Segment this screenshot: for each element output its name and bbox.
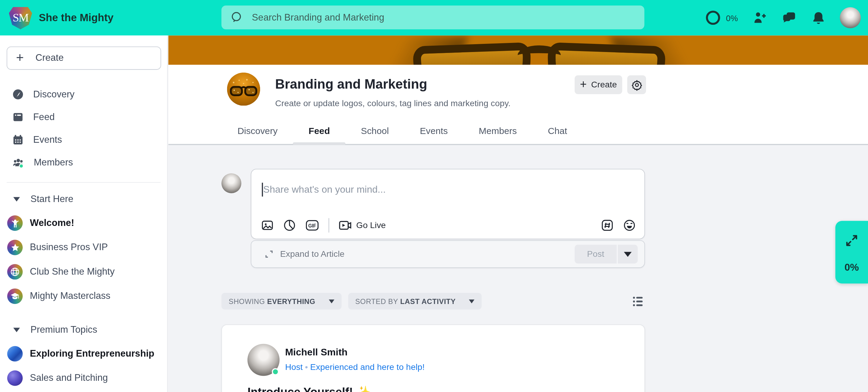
sidebar-item-exploring-entrepreneurship[interactable]: Exploring Entrepreneurship <box>0 341 167 366</box>
create-button-label: Create <box>591 80 617 90</box>
tab-chat[interactable]: Chat <box>547 117 568 144</box>
masterclass-avatar <box>7 289 23 304</box>
star-icon <box>10 243 20 252</box>
caret-down-icon <box>469 299 474 303</box>
sidebar-create-button[interactable]: + Create <box>7 47 161 70</box>
progress-value: 0% <box>726 13 738 22</box>
tab-feed[interactable]: Feed <box>308 117 331 144</box>
go-live-button[interactable]: Go Live <box>338 219 385 232</box>
top-actions: 0% <box>706 0 861 35</box>
brand[interactable]: SM She the Mighty <box>9 0 114 35</box>
top-bar: SM She the Mighty Search Branding and Ma… <box>0 0 868 35</box>
caret-down-icon <box>624 252 632 257</box>
group-banner <box>168 35 868 65</box>
sorted-filter-dropdown[interactable]: SORTED BY LAST ACTIVITY <box>348 293 482 309</box>
composer-placeholder: Share what's on your mind... <box>263 184 385 195</box>
widget-progress-value: 0% <box>844 262 859 273</box>
banner-glasses-graphic <box>368 37 711 65</box>
messages-icon[interactable] <box>781 10 797 25</box>
sidebar-item-events[interactable]: Events <box>0 128 167 151</box>
sidebar-item-label: Events <box>33 134 62 146</box>
expand-label: Expand to Article <box>280 249 344 259</box>
progress-indicator[interactable]: 0% <box>706 10 738 25</box>
list-view-toggle[interactable] <box>631 294 645 308</box>
expand-to-article-button[interactable]: Expand to Article <box>264 249 344 259</box>
star-avatar <box>7 240 23 255</box>
author-role[interactable]: Host <box>285 362 303 371</box>
post-options-button[interactable] <box>618 245 638 264</box>
tab-members[interactable]: Members <box>477 117 518 144</box>
video-camera-icon <box>338 219 352 232</box>
section-start-here[interactable]: Start Here <box>0 188 167 211</box>
chevron-down-icon <box>13 197 20 202</box>
tab-discovery[interactable]: Discovery <box>237 117 279 144</box>
sidebar-item-label: Discovery <box>33 89 75 100</box>
filter-value: LAST ACTIVITY <box>400 297 456 305</box>
section-title: Start Here <box>31 194 73 205</box>
gif-icon[interactable]: GIF <box>305 219 320 232</box>
author-tagline: Experienced and here to help! <box>310 362 425 371</box>
post-author-avatar[interactable] <box>247 344 279 376</box>
post-button[interactable]: Post <box>575 245 617 264</box>
composer-user-avatar[interactable] <box>221 173 241 193</box>
composer-footer: Expand to Article Post <box>251 240 645 268</box>
showing-filter-dropdown[interactable]: SHOWING EVERYTHING <box>221 293 341 309</box>
group-description: Create or update logos, colours, tag lin… <box>275 99 511 109</box>
sidebar-item-club-she-the-mighty[interactable]: Club She the Mighty <box>0 260 167 284</box>
post-title[interactable]: Introduce Yourself! ✨ <box>247 385 644 392</box>
notifications-icon[interactable] <box>810 10 826 25</box>
welcome-avatar <box>7 215 23 231</box>
feed-filters: SHOWING EVERYTHING SORTED BY LAST ACTIVI… <box>221 293 645 309</box>
composer: Share what's on your mind... <box>221 169 645 268</box>
sidebar-item-welcome[interactable]: Welcome! <box>0 211 167 235</box>
plus-icon: + <box>16 51 24 64</box>
svg-text:GIF: GIF <box>308 223 316 229</box>
post-author-name[interactable]: Michell Smith <box>285 346 425 358</box>
group-settings-button[interactable] <box>627 75 646 94</box>
group-create-button[interactable]: + Create <box>575 75 622 94</box>
app-window: SM She the Mighty Search Branding and Ma… <box>0 0 868 392</box>
invite-member-icon[interactable] <box>752 10 767 25</box>
online-status-dot <box>272 368 279 375</box>
graduation-cap-icon <box>10 291 20 301</box>
composer-input[interactable]: Share what's on your mind... <box>251 169 645 239</box>
add-image-icon[interactable] <box>261 219 274 232</box>
sidebar-item-label: Welcome! <box>30 217 74 229</box>
section-premium-topics[interactable]: Premium Topics <box>0 318 167 341</box>
progress-expand-widget[interactable]: 0% <box>835 221 868 283</box>
globe-avatar <box>7 264 23 279</box>
sidebar-item-feed[interactable]: Feed <box>0 106 167 128</box>
expand-arrows-icon <box>845 234 858 247</box>
post-author-subtitle: Host•Experienced and here to help! <box>285 362 425 372</box>
go-live-label: Go Live <box>356 220 386 230</box>
emoji-icon[interactable] <box>623 219 636 232</box>
page-title: Branding and Marketing <box>275 77 427 92</box>
create-button-label: Create <box>35 53 63 64</box>
text-cursor <box>262 183 263 197</box>
logo-monogram: SM <box>13 11 28 25</box>
sidebar-item-label: Business Pros VIP <box>30 242 108 253</box>
group-header: Branding and Marketing Create or update … <box>168 65 868 145</box>
feed-icon <box>12 111 24 123</box>
brand-logo-icon: SM <box>9 6 32 29</box>
poll-icon[interactable] <box>283 219 296 232</box>
sidebar-item-discovery[interactable]: Discovery <box>0 83 167 106</box>
tab-school[interactable]: School <box>360 117 390 144</box>
expand-icon <box>264 249 274 259</box>
sidebar-divider <box>7 182 161 183</box>
user-avatar[interactable] <box>840 7 861 28</box>
toolbar-divider <box>328 218 329 233</box>
members-icon <box>12 157 24 168</box>
dot-separator: • <box>305 362 308 371</box>
sidebar-item-sales-and-pitching[interactable]: Sales and Pitching <box>0 366 167 391</box>
hashtag-icon[interactable] <box>601 219 614 232</box>
tab-events[interactable]: Events <box>419 117 449 144</box>
sidebar-item-business-pros-vip[interactable]: Business Pros VIP <box>0 235 167 260</box>
person-arms-up-icon <box>10 218 20 228</box>
sidebar-item-label: Club She the Mighty <box>30 266 115 277</box>
search-input[interactable]: Search Branding and Marketing <box>221 5 644 29</box>
group-avatar[interactable] <box>227 72 260 106</box>
sidebar-item-mighty-masterclass[interactable]: Mighty Masterclass <box>0 284 167 308</box>
chevron-down-icon <box>13 328 20 332</box>
sidebar-item-members[interactable]: Members <box>0 151 167 174</box>
